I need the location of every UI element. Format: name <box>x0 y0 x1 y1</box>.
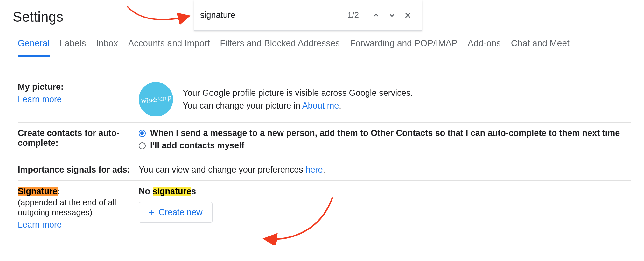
signature-label-suffix: : <box>58 187 60 196</box>
tab-general[interactable]: General <box>18 38 50 57</box>
tab-forwarding[interactable]: Forwarding and POP/IMAP <box>350 38 458 55</box>
contacts-label: Create contacts for auto-complete: <box>18 128 139 148</box>
radio-auto-add-contacts-label: When I send a message to a new person, a… <box>150 128 620 138</box>
setting-create-contacts: Create contacts for auto-complete: When … <box>18 123 631 159</box>
ad-signals-text: You can view and change your preferences <box>139 165 305 174</box>
tab-accounts-import[interactable]: Accounts and Import <box>128 38 210 55</box>
plus-icon: + <box>149 208 154 217</box>
find-prev-button[interactable] <box>368 7 384 23</box>
ad-signals-label: Importance signals for ads: <box>18 165 139 175</box>
no-sig-prefix: No <box>139 187 153 196</box>
picture-desc-suffix: . <box>339 101 341 110</box>
ad-signals-suffix: . <box>323 165 325 174</box>
settings-content: My picture: Learn more WiseStamp Your Go… <box>0 57 644 236</box>
tab-inbox[interactable]: Inbox <box>96 38 118 55</box>
chevron-up-icon <box>372 11 380 19</box>
signature-desc: (appended at the end of all outgoing mes… <box>18 198 139 217</box>
tab-addons[interactable]: Add-ons <box>468 38 501 55</box>
profile-avatar[interactable]: WiseStamp <box>139 82 173 116</box>
create-new-label: Create new <box>159 208 203 217</box>
radio-manual-contacts[interactable] <box>139 142 146 149</box>
avatar-logo-text: WiseStamp <box>140 94 172 105</box>
signature-label-highlight: Signature <box>18 187 58 196</box>
divider <box>365 9 365 22</box>
picture-desc-text: You can change your picture in <box>183 101 302 110</box>
setting-ad-signals: Importance signals for ads: You can view… <box>18 159 631 181</box>
settings-tabs: General Labels Inbox Accounts and Import… <box>0 32 644 57</box>
no-sig-highlight: signature <box>153 187 192 196</box>
find-input[interactable] <box>200 10 347 20</box>
page-title: Settings <box>13 9 63 25</box>
close-icon <box>404 11 412 19</box>
no-signatures-text: No signatures <box>139 187 631 196</box>
find-next-button[interactable] <box>384 7 400 23</box>
about-me-link[interactable]: About me <box>302 101 339 110</box>
picture-desc-line1: Your Google profile picture is visible a… <box>183 87 413 100</box>
no-sig-suffix: s <box>191 187 196 196</box>
tab-labels[interactable]: Labels <box>60 38 86 55</box>
tab-filters[interactable]: Filters and Blocked Addresses <box>220 38 340 55</box>
picture-desc-line2: You can change your picture in About me. <box>183 99 413 112</box>
my-picture-learn-more-link[interactable]: Learn more <box>18 95 62 104</box>
radio-manual-contacts-label: I'll add contacts myself <box>150 141 244 151</box>
setting-signature: Signature: (appended at the end of all o… <box>18 181 631 236</box>
create-new-signature-button[interactable]: + Create new <box>139 202 213 223</box>
find-in-page-bar: 1/2 <box>194 0 422 31</box>
chevron-down-icon <box>388 11 396 19</box>
radio-auto-add-contacts[interactable] <box>139 130 146 137</box>
signature-label: Signature: <box>18 187 139 196</box>
find-count: 1/2 <box>347 10 359 20</box>
signature-learn-more-link[interactable]: Learn more <box>18 220 62 230</box>
find-close-button[interactable] <box>400 7 416 23</box>
my-picture-label: My picture: <box>18 82 139 92</box>
ad-preferences-link[interactable]: here <box>305 165 323 174</box>
tab-chat-meet[interactable]: Chat and Meet <box>511 38 570 55</box>
setting-my-picture: My picture: Learn more WiseStamp Your Go… <box>18 76 631 123</box>
